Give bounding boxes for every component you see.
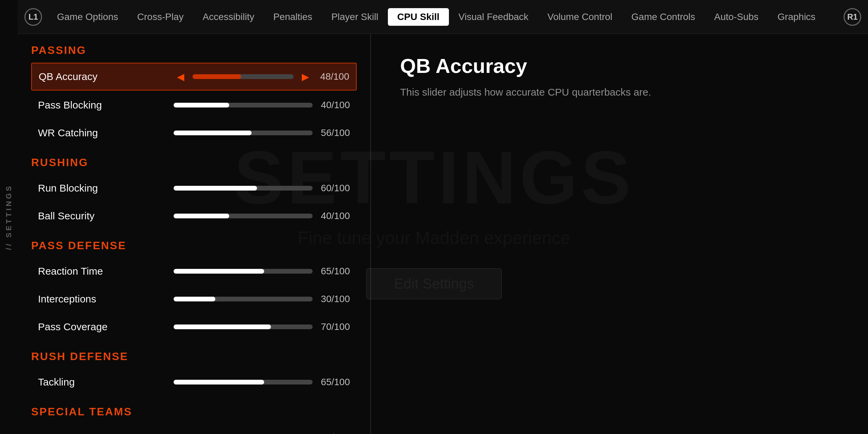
main-content: PassingQB Accuracy◀▶48/100Pass Blocking4… <box>18 34 370 434</box>
slider-control-pass-blocking <box>174 103 313 107</box>
nav-item-auto-subs[interactable]: Auto-Subs <box>705 8 768 26</box>
slider-value-pass-coverage: 70/100 <box>313 321 350 332</box>
nav-item-volume-control[interactable]: Volume Control <box>538 8 622 26</box>
right-panel-desc: This slider adjusts how accurate CPU qua… <box>400 84 671 100</box>
slider-label-tackling: Tackling <box>38 376 174 388</box>
slider-row-run-blocking[interactable]: Run Blocking60/100 <box>31 175 357 201</box>
vertical-divider <box>370 34 371 434</box>
slider-track-reaction-time[interactable] <box>174 269 313 274</box>
slider-label-ball-security: Ball Security <box>38 210 174 222</box>
slider-track-fill-qb-accuracy <box>193 74 241 79</box>
right-panel: QB Accuracy This slider adjusts how accu… <box>373 34 868 434</box>
section-header-special-teams: Special Teams <box>31 406 357 418</box>
nav-items: Game OptionsCross-PlayAccessibilityPenal… <box>47 8 840 26</box>
slider-value-ball-security: 40/100 <box>313 211 350 221</box>
slider-value-reaction-time: 65/100 <box>313 266 350 277</box>
slider-track-ball-security[interactable] <box>174 214 313 218</box>
slider-control-tackling <box>174 380 313 384</box>
nav-bar: L1 Game OptionsCross-PlayAccessibilityPe… <box>18 0 868 34</box>
slider-track-interceptions[interactable] <box>174 297 313 301</box>
section-header-rushing: Rushing <box>31 156 357 169</box>
slider-value-fg-power: 50/100 <box>313 432 350 434</box>
slider-row-pass-coverage[interactable]: Pass Coverage70/100 <box>31 314 357 340</box>
right-panel-title: QB Accuracy <box>400 54 841 78</box>
section-header-rush-defense: Rush Defense <box>31 350 357 363</box>
slider-track-fill-tackling <box>174 380 264 384</box>
slider-track-tackling[interactable] <box>174 380 313 384</box>
slider-arrow-right-qb-accuracy[interactable]: ▶ <box>299 71 312 82</box>
nav-item-penalties[interactable]: Penalties <box>264 8 322 26</box>
nav-item-accessibility[interactable]: Accessibility <box>193 8 263 26</box>
slider-label-reaction-time: Reaction Time <box>38 265 174 277</box>
section-header-passing: Passing <box>31 44 357 57</box>
slider-row-pass-blocking[interactable]: Pass Blocking40/100 <box>31 92 357 118</box>
slider-value-pass-blocking: 40/100 <box>313 100 350 111</box>
slider-track-fill-reaction-time <box>174 269 264 274</box>
slider-row-wr-catching[interactable]: WR Catching56/100 <box>31 120 357 146</box>
slider-label-pass-blocking: Pass Blocking <box>38 99 174 111</box>
slider-control-run-blocking <box>174 186 313 191</box>
r1-badge[interactable]: R1 <box>844 8 861 26</box>
slider-track-run-blocking[interactable] <box>174 186 313 191</box>
slider-track-pass-blocking[interactable] <box>174 103 313 107</box>
slider-track-fill-run-blocking <box>174 186 257 191</box>
nav-item-cross-play[interactable]: Cross-Play <box>128 8 193 26</box>
slider-row-reaction-time[interactable]: Reaction Time65/100 <box>31 258 357 284</box>
slider-row-tackling[interactable]: Tackling65/100 <box>31 369 357 395</box>
slider-track-qb-accuracy[interactable] <box>193 74 294 79</box>
slider-label-pass-coverage: Pass Coverage <box>38 321 174 333</box>
slider-arrow-left-qb-accuracy[interactable]: ◀ <box>174 71 187 82</box>
nav-item-visual-feedback[interactable]: Visual Feedback <box>449 8 538 26</box>
slider-control-ball-security <box>174 214 313 218</box>
slider-control-pass-coverage <box>174 324 313 329</box>
slider-label-run-blocking: Run Blocking <box>38 182 174 194</box>
slider-control-wr-catching <box>174 131 313 135</box>
sidebar: // Settings <box>0 0 18 434</box>
slider-value-run-blocking: 60/100 <box>313 183 350 194</box>
slider-track-wr-catching[interactable] <box>174 131 313 135</box>
nav-item-cpu-skill[interactable]: CPU Skill <box>388 8 449 26</box>
slider-track-fill-pass-coverage <box>174 324 271 329</box>
slider-label-qb-accuracy: QB Accuracy <box>39 71 174 82</box>
nav-item-player-skill[interactable]: Player Skill <box>322 8 388 26</box>
slider-track-fill-pass-blocking <box>174 103 229 107</box>
slider-label-interceptions: Interceptions <box>38 293 174 305</box>
slider-value-interceptions: 30/100 <box>313 294 350 304</box>
slider-control-qb-accuracy: ◀▶ <box>174 71 312 82</box>
slider-control-interceptions <box>174 297 313 301</box>
slider-row-interceptions[interactable]: Interceptions30/100 <box>31 286 357 312</box>
sidebar-label: // Settings <box>4 184 13 250</box>
slider-track-pass-coverage[interactable] <box>174 324 313 329</box>
slider-label-wr-catching: WR Catching <box>38 127 174 139</box>
section-header-pass-defense: Pass Defense <box>31 239 357 252</box>
slider-row-qb-accuracy[interactable]: QB Accuracy◀▶48/100 <box>31 63 357 91</box>
slider-row-ball-security[interactable]: Ball Security40/100 <box>31 203 357 229</box>
slider-value-qb-accuracy: 48/100 <box>312 71 349 82</box>
slider-control-reaction-time <box>174 269 313 274</box>
slider-track-fill-interceptions <box>174 297 215 301</box>
nav-item-game-controls[interactable]: Game Controls <box>622 8 705 26</box>
nav-item-graphics[interactable]: Graphics <box>768 8 825 26</box>
slider-row-fg-power[interactable]: FG Power50/100 <box>31 424 357 434</box>
nav-item-game-options[interactable]: Game Options <box>47 8 128 26</box>
slider-value-tackling: 65/100 <box>313 377 350 388</box>
slider-value-wr-catching: 56/100 <box>313 127 350 138</box>
slider-track-fill-wr-catching <box>174 131 252 135</box>
l1-badge[interactable]: L1 <box>24 8 42 26</box>
slider-label-fg-power: FG Power <box>38 432 174 434</box>
slider-track-fill-ball-security <box>174 214 229 218</box>
